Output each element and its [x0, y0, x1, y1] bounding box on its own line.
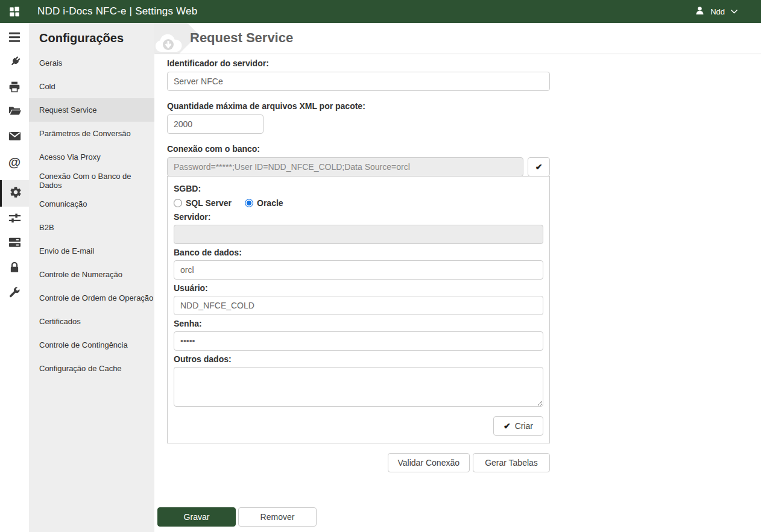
remover-button[interactable]: Remover	[238, 507, 317, 527]
radio-sql-server[interactable]: SQL Server	[174, 198, 232, 208]
criar-row: ✔ Criar	[174, 416, 543, 436]
connection-string-input	[167, 157, 523, 177]
rail-item-connections[interactable]	[0, 51, 29, 75]
lock-icon	[9, 261, 20, 276]
app-window: NDD i-Docs NFC-e | Settings Web Ndd	[0, 0, 761, 532]
folder-open-icon	[8, 105, 21, 119]
servidor-input	[174, 225, 543, 244]
envelope-icon	[8, 131, 21, 144]
icon-rail: @	[0, 23, 29, 532]
settings-sidebar: Configurações GeraisColdRequest ServiceP…	[29, 23, 154, 532]
form-actions: Gravar Remover	[157, 507, 317, 527]
sidebar-item[interactable]: B2B	[29, 216, 154, 239]
sidebar-item[interactable]: Gerais	[29, 51, 154, 75]
connection-actions: Validar Conexão Gerar Tabelas	[167, 453, 550, 472]
senha-label: Senha:	[174, 319, 543, 328]
sidebar-item[interactable]: Configuração de Cache	[29, 357, 154, 380]
rail-item-files[interactable]	[0, 100, 29, 125]
wrench-icon	[8, 286, 21, 301]
page-header: Request Service	[154, 23, 761, 54]
sidebar-item[interactable]: Comunicação	[29, 192, 154, 216]
request-service-form: Identificador do servidor: Quantidade má…	[167, 58, 550, 472]
plug-icon	[8, 55, 21, 70]
printer-icon	[8, 81, 21, 95]
sidebar-item[interactable]: Controle de Contingência	[29, 333, 154, 357]
check-icon: ✔	[535, 162, 543, 172]
sidebar-heading: Configurações	[29, 23, 154, 45]
rail-item-tools[interactable]	[0, 281, 29, 305]
main-content: Request Service Identificador do servido…	[154, 23, 761, 532]
rail-item-email-address[interactable]: @	[0, 149, 29, 174]
rail-item-servers[interactable]	[0, 231, 29, 256]
sidebar-item[interactable]: Acesso Via Proxy	[29, 145, 154, 169]
radio-circle-icon	[174, 199, 182, 207]
sidebar-item[interactable]: Certificados	[29, 310, 154, 333]
topbar: NDD i-Docs NFC-e | Settings Web Ndd	[0, 0, 761, 23]
sidebar-item[interactable]: Request Service	[29, 98, 154, 122]
radio-oracle[interactable]: Oracle	[245, 198, 283, 208]
app-title: NDD i-Docs NFC-e | Settings Web	[37, 5, 197, 17]
connection-label: Conexão com o banco:	[167, 144, 550, 154]
sidebar-item[interactable]: Envio de E-mail	[29, 239, 154, 263]
rail-item-printing[interactable]	[0, 75, 29, 100]
user-menu[interactable]: Ndd	[695, 5, 738, 18]
connection-panel: SGBD: SQL Server Oracle Servidor: Banco …	[167, 176, 550, 443]
radio-label-oracle: Oracle	[257, 198, 283, 208]
server-icon	[8, 237, 21, 251]
rail-item-security[interactable]	[0, 256, 29, 281]
cloud-download-icon	[154, 33, 183, 54]
sidebar-item[interactable]: Controle de Numeração	[29, 263, 154, 286]
app-grid-icon[interactable]	[0, 5, 29, 18]
sgbd-label: SGBD:	[174, 184, 543, 193]
user-name: Ndd	[710, 7, 725, 16]
sidebar-item[interactable]: Conexão Com o Banco de Dados	[29, 169, 154, 192]
criar-button[interactable]: ✔ Criar	[493, 416, 543, 436]
senha-input[interactable]	[174, 331, 543, 351]
banco-label: Banco de dados:	[174, 248, 543, 257]
max-xml-input[interactable]	[167, 114, 264, 134]
rail-item-parameters[interactable]	[0, 207, 29, 231]
page-title: Request Service	[190, 30, 293, 46]
banco-input[interactable]	[174, 260, 543, 280]
menu-icon	[8, 31, 21, 46]
max-xml-label: Quantidade máxima de arquivos XML por pa…	[167, 101, 550, 111]
chevron-down-icon	[730, 6, 738, 17]
at-sign-icon: @	[8, 155, 21, 168]
server-id-label: Identificador do servidor:	[167, 58, 550, 68]
check-icon: ✔	[504, 421, 511, 431]
outros-dados-textarea[interactable]	[174, 367, 543, 407]
connection-check-button[interactable]: ✔	[528, 157, 550, 177]
gerar-tabelas-button[interactable]: Gerar Tabelas	[473, 453, 550, 472]
usuario-input[interactable]	[174, 296, 543, 315]
radio-circle-icon	[245, 199, 253, 207]
rail-item-menu[interactable]	[0, 26, 29, 51]
sidebar-item[interactable]: Controle de Ordem de Operação	[29, 286, 154, 310]
gear-icon	[9, 186, 22, 201]
validar-conexao-button[interactable]: Validar Conexão	[388, 453, 470, 472]
rail-item-settings[interactable]	[0, 180, 29, 207]
sidebar-item[interactable]: Cold	[29, 75, 154, 98]
radio-label-sql-server: SQL Server	[186, 198, 232, 208]
outros-dados-label: Outros dados:	[174, 354, 543, 364]
server-id-input[interactable]	[167, 72, 550, 91]
sgbd-radio-group: SQL Server Oracle	[174, 198, 543, 208]
servidor-label: Servidor:	[174, 212, 543, 222]
sidebar-menu: GeraisColdRequest ServiceParâmetros de C…	[29, 51, 154, 380]
sidebar-item[interactable]: Parâmetros de Conversão	[29, 122, 154, 145]
sliders-icon	[8, 213, 21, 226]
user-icon	[695, 5, 705, 18]
gravar-button[interactable]: Gravar	[157, 507, 236, 527]
rail-item-mail[interactable]	[0, 125, 29, 149]
connection-row: ✔	[167, 157, 550, 177]
usuario-label: Usuário:	[174, 283, 543, 293]
